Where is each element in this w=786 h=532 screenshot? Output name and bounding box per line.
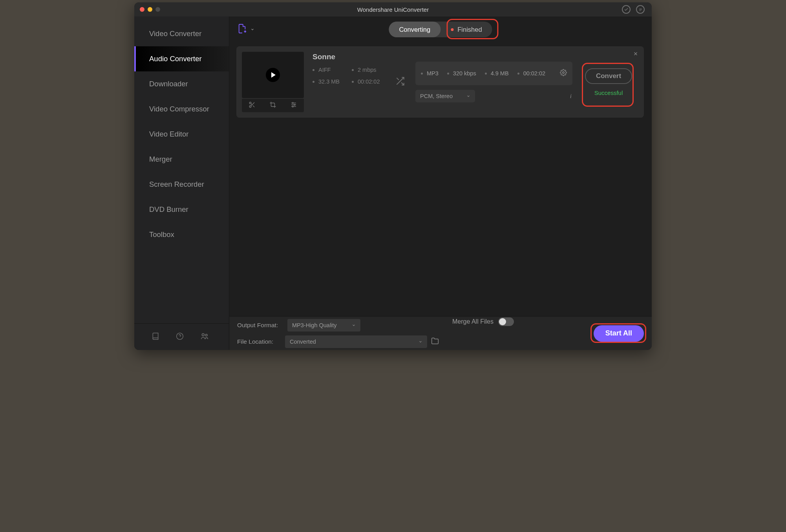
sidebar-item-label: Video Editor	[149, 130, 188, 138]
output-format-select[interactable]: MP3-High Quality	[287, 319, 360, 332]
output-format-value: MP3-High Quality	[292, 322, 337, 328]
open-folder-icon[interactable]	[431, 337, 439, 346]
svg-point-25	[563, 72, 565, 74]
file-thumbnail[interactable]	[242, 52, 304, 98]
svg-point-21	[292, 106, 293, 107]
sidebar-item-label: Video Converter	[149, 29, 201, 38]
sidebar-item-toolbox[interactable]: Toolbox	[134, 222, 229, 247]
convert-button[interactable]: Convert	[585, 68, 632, 84]
svg-line-24	[397, 78, 398, 80]
merge-all-label: Merge All Files	[452, 318, 494, 325]
codec-select[interactable]: PCM, Stereo	[415, 90, 475, 102]
sidebar-item-label: Screen Recorder	[149, 180, 204, 189]
arrow-convert-icon	[395, 76, 405, 88]
info-icon[interactable]: i	[570, 93, 572, 100]
output-settings-bar: MP3 320 kbps 4.9 MB 00:02:02	[415, 62, 572, 85]
sidebar-item-label: DVD Burner	[149, 205, 188, 214]
tab-label: Converting	[399, 26, 430, 33]
account-icon[interactable]	[622, 5, 631, 14]
titlebar: Wondershare UniConverter	[134, 2, 652, 16]
chevron-down-icon	[419, 339, 422, 345]
file-location-label: File Location:	[237, 338, 281, 345]
chevron-down-icon	[466, 93, 470, 99]
trim-icon[interactable]	[249, 101, 256, 110]
target-duration: 00:02:02	[517, 70, 554, 77]
sidebar-item-dvd-burner[interactable]: DVD Burner	[134, 197, 229, 222]
feedback-icon[interactable]	[636, 5, 645, 14]
content-area: Converting Finished	[229, 16, 652, 350]
sidebar-item-video-compressor[interactable]: Video Compressor	[134, 97, 229, 122]
play-icon	[266, 68, 280, 82]
chevron-down-icon	[250, 26, 254, 33]
maximize-window-button[interactable]	[155, 7, 160, 12]
file-location-value: Converted	[290, 339, 316, 345]
source-size: 32.3 MB	[313, 78, 352, 85]
sidebar-item-label: Merger	[149, 155, 172, 164]
codec-value: PCM, Stereo	[420, 93, 453, 99]
sidebar-item-merger[interactable]: Merger	[134, 147, 229, 172]
svg-point-6	[205, 334, 207, 336]
target-format: MP3	[421, 70, 447, 77]
tab-finished[interactable]: Finished	[441, 22, 492, 37]
target-bitrate: 320 kbps	[447, 70, 485, 77]
start-all-button[interactable]: Start All	[594, 325, 644, 342]
status-text: Successful	[594, 89, 623, 96]
sidebar-item-audio-converter[interactable]: Audio Converter	[134, 46, 229, 71]
sidebar: Video Converter Audio Converter Download…	[134, 16, 229, 350]
output-format-label: Output Format:	[237, 322, 283, 329]
community-icon[interactable]	[200, 332, 209, 342]
app-window: Wondershare UniConverter Video Converter…	[134, 2, 652, 350]
crop-icon[interactable]	[269, 101, 276, 110]
tutorial-icon[interactable]	[152, 332, 159, 342]
file-card: Sonne AIFF 2 mbps 32.3 MB 00:02:02	[236, 46, 644, 118]
svg-point-20	[294, 104, 295, 106]
sidebar-item-label: Downloader	[149, 80, 188, 88]
sidebar-item-screen-recorder[interactable]: Screen Recorder	[134, 172, 229, 197]
chevron-down-icon	[352, 322, 356, 328]
thumbnail-toolbar	[242, 99, 304, 112]
app-title: Wondershare UniConverter	[134, 6, 652, 13]
source-format: AIFF	[313, 67, 352, 73]
effects-icon[interactable]	[290, 101, 297, 110]
source-bitrate: 2 mbps	[352, 67, 395, 73]
file-title: Sonne	[313, 53, 385, 61]
file-location-select[interactable]: Converted	[285, 335, 427, 348]
status-tabs: Converting Finished	[389, 22, 492, 37]
svg-line-15	[251, 104, 252, 105]
svg-point-3	[177, 333, 183, 339]
close-window-button[interactable]	[140, 7, 144, 12]
notification-dot-icon	[451, 28, 453, 31]
bottom-bar: Output Format: MP3-High Quality File Loc…	[229, 316, 652, 350]
svg-point-19	[292, 102, 293, 104]
sidebar-item-label: Audio Converter	[149, 55, 202, 63]
source-duration: 00:02:02	[352, 78, 395, 85]
file-list: Sonne AIFF 2 mbps 32.3 MB 00:02:02	[229, 42, 652, 316]
target-size: 4.9 MB	[485, 70, 517, 77]
sidebar-item-label: Toolbox	[149, 230, 174, 239]
help-icon[interactable]	[176, 332, 184, 342]
merge-all-toggle[interactable]	[498, 317, 514, 326]
tab-converting[interactable]: Converting	[389, 22, 441, 37]
sidebar-item-video-editor[interactable]: Video Editor	[134, 122, 229, 147]
tab-label: Finished	[457, 26, 482, 33]
gear-icon[interactable]	[560, 69, 567, 78]
svg-point-5	[202, 333, 204, 336]
sidebar-item-downloader[interactable]: Downloader	[134, 71, 229, 97]
add-file-icon	[238, 24, 247, 35]
content-topbar: Converting Finished	[229, 16, 652, 42]
sidebar-item-video-converter[interactable]: Video Converter	[134, 21, 229, 46]
add-files-button[interactable]	[238, 24, 254, 35]
svg-line-14	[253, 106, 254, 107]
minimize-window-button[interactable]	[148, 7, 152, 12]
sidebar-item-label: Video Compressor	[149, 105, 209, 113]
window-controls	[134, 7, 160, 12]
